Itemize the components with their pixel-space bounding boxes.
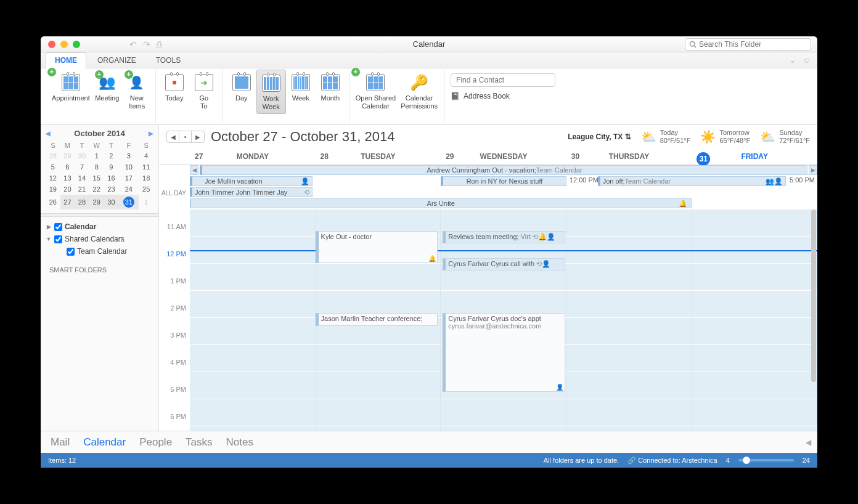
collapse-ribbon-icon[interactable]: ⌄ <box>789 55 796 65</box>
grid-body[interactable]: Kyle Out - doctor 🔔 Reviews team meeting… <box>190 209 817 431</box>
mini-calendar-day[interactable]: 13 <box>60 173 75 184</box>
allday-next-icon[interactable]: ▶ <box>809 165 817 175</box>
redo-icon[interactable]: ↷ <box>143 39 150 49</box>
day-header[interactable]: 28TUESDAY <box>316 150 441 165</box>
day-header[interactable]: 30THURSDAY <box>566 150 692 165</box>
calendar-event[interactable]: Cyrus Farivar Cyrus call with ⟲👤 <box>443 258 565 270</box>
weather-day[interactable]: ⛅Sunday72°F/61°F <box>760 129 810 145</box>
undo-icon[interactable]: ↶ <box>129 39 137 49</box>
calendar-event[interactable]: Cyrus Farivar Cyrus doc's appt cyrus.far… <box>443 313 565 392</box>
mini-calendar-day[interactable]: 14 <box>75 173 89 184</box>
mini-calendar-day[interactable]: 4 <box>139 150 153 161</box>
expand-icon[interactable]: ▶ <box>46 224 52 230</box>
nav-calendar[interactable]: Calendar <box>83 436 126 449</box>
mini-calendar-day[interactable]: 7 <box>75 161 89 173</box>
calendar-permissions-button[interactable]: 🔑 Calendar Permissions <box>398 70 440 113</box>
mini-calendar-day[interactable]: 26 <box>46 195 60 209</box>
week-view-button[interactable]: Week <box>286 70 316 105</box>
prev-month-button[interactable]: ◀ <box>46 130 51 137</box>
mini-calendar-day[interactable]: 10 <box>118 161 139 173</box>
allday-event[interactable]: Andrew Cunningham Out - vacation; Team C… <box>200 165 807 175</box>
allday-event[interactable]: Joe Mullin vacation👤 <box>190 176 313 186</box>
day-view-button[interactable]: Day <box>227 70 256 105</box>
tab-organize[interactable]: ORGANIZE <box>89 53 145 68</box>
allday-event[interactable]: John Timmer John Timmer Jay⟲ <box>190 187 313 197</box>
next-week-button[interactable]: ▶ <box>192 131 204 142</box>
calendar-checkbox[interactable] <box>54 223 62 231</box>
goto-button[interactable]: ➜ Go To <box>189 70 219 113</box>
scrollbar[interactable] <box>811 209 816 431</box>
new-items-button[interactable]: 👤+ New Items <box>122 70 152 113</box>
scrollbar-thumb[interactable] <box>811 209 816 382</box>
zoom-window-button[interactable] <box>73 41 80 48</box>
mini-calendar-day[interactable]: 17 <box>118 173 139 184</box>
weather-day[interactable]: ☀️Tomorrow65°F/48°F <box>700 129 750 145</box>
nav-notes[interactable]: Notes <box>226 436 253 449</box>
open-shared-calendar-button[interactable]: + Open Shared Calendar <box>353 70 398 113</box>
collapse-nav-icon[interactable]: ◀ <box>806 438 811 447</box>
tab-home[interactable]: HOME <box>46 52 86 68</box>
work-week-view-button[interactable]: Work Week <box>256 70 286 114</box>
minimize-window-button[interactable] <box>60 41 68 48</box>
mini-calendar-day[interactable]: 24 <box>118 184 139 195</box>
mini-calendar-day[interactable]: 30 <box>75 150 89 161</box>
mini-calendar-day[interactable]: 30 <box>104 195 119 209</box>
address-book-button[interactable]: 📓 Address Book <box>451 92 806 100</box>
mini-calendar-day[interactable]: 3 <box>118 150 139 161</box>
mini-calendar-day[interactable]: 16 <box>104 173 119 184</box>
prev-week-button[interactable]: ◀ <box>167 131 179 142</box>
mini-calendar-day[interactable]: 12 <box>46 173 60 184</box>
mini-calendar-day[interactable]: 1 <box>89 150 104 161</box>
allday-event[interactable]: Ars Unite 🔔 <box>190 198 692 208</box>
day-header[interactable]: 27MONDAY <box>190 150 316 165</box>
nav-people[interactable]: People <box>139 436 172 449</box>
mini-calendar-day[interactable]: 9 <box>104 161 119 173</box>
meeting-button[interactable]: 👥+ Meeting <box>92 70 122 105</box>
mini-calendar-day[interactable]: 31 <box>118 195 139 209</box>
today-button[interactable]: Today <box>160 70 189 105</box>
time-grid[interactable]: 11 AM12 PM1 PM2 PM3 PM4 PM5 PM6 PM Kyle … <box>159 209 817 431</box>
mini-calendar-day[interactable]: 11 <box>139 161 153 173</box>
mini-calendar-day[interactable]: 18 <box>139 173 153 184</box>
tree-calendar[interactable]: ▶ Calendar <box>46 221 153 233</box>
mini-calendar-day[interactable]: 25 <box>139 184 153 195</box>
smart-folders-header[interactable]: SMART FOLDERS <box>41 261 158 278</box>
mini-calendar-day[interactable]: 23 <box>104 184 119 195</box>
calendar-event[interactable]: Kyle Out - doctor 🔔 <box>316 231 438 263</box>
mini-calendar-day[interactable]: 15 <box>89 173 104 184</box>
day-header[interactable]: 31FRIDAY <box>692 150 817 165</box>
nav-mail[interactable]: Mail <box>51 436 70 449</box>
zoom-slider[interactable] <box>738 459 794 461</box>
print-icon[interactable]: ⎙ <box>157 39 161 49</box>
mini-calendar-day[interactable]: 20 <box>60 184 75 195</box>
shared-checkbox[interactable] <box>54 235 62 243</box>
mini-calendar-day[interactable]: 19 <box>46 184 60 195</box>
allday-event[interactable]: Jon off; Team Calendar 👥👤 <box>598 176 786 186</box>
tree-team-calendar[interactable]: Team Calendar <box>46 245 153 258</box>
mini-calendar-day[interactable]: 5 <box>46 161 60 173</box>
day-header[interactable]: 29WEDNESDAY <box>441 150 566 165</box>
today-nav-button[interactable]: • <box>179 131 192 142</box>
help-icon[interactable]: ☺ <box>803 55 811 65</box>
weather-day[interactable]: ⛅Today80°F/51°F <box>641 129 691 145</box>
collapse-icon[interactable]: ▼ <box>46 236 52 242</box>
month-view-button[interactable]: Month <box>316 70 345 105</box>
mini-calendar-day[interactable]: 2 <box>104 150 119 161</box>
zoom-thumb[interactable] <box>743 457 750 464</box>
tab-tools[interactable]: TOOLS <box>147 53 189 68</box>
calendar-event[interactable]: Reviews team meeting; Virt ⟲🔔👤 <box>443 231 565 243</box>
mini-calendar-day[interactable]: 1 <box>139 195 153 209</box>
appointment-button[interactable]: + Appointment <box>49 70 92 105</box>
mini-calendar-day[interactable]: 8 <box>89 161 104 173</box>
allday-event[interactable]: Ron in NY for Nexus stuff <box>441 176 566 186</box>
mini-calendar-day[interactable]: 21 <box>75 184 89 195</box>
mini-calendar-day[interactable]: 28 <box>75 195 89 209</box>
nav-tasks[interactable]: Tasks <box>186 436 212 449</box>
mini-calendar-day[interactable]: 22 <box>89 184 104 195</box>
next-month-button[interactable]: ▶ <box>149 130 153 137</box>
tree-shared-calendars[interactable]: ▼ Shared Calendars <box>46 233 153 245</box>
team-checkbox[interactable] <box>67 248 75 256</box>
search-input[interactable] <box>685 38 811 51</box>
allday-prev-icon[interactable]: ◀ <box>190 165 198 175</box>
mini-calendar-day[interactable]: 28 <box>46 150 60 161</box>
